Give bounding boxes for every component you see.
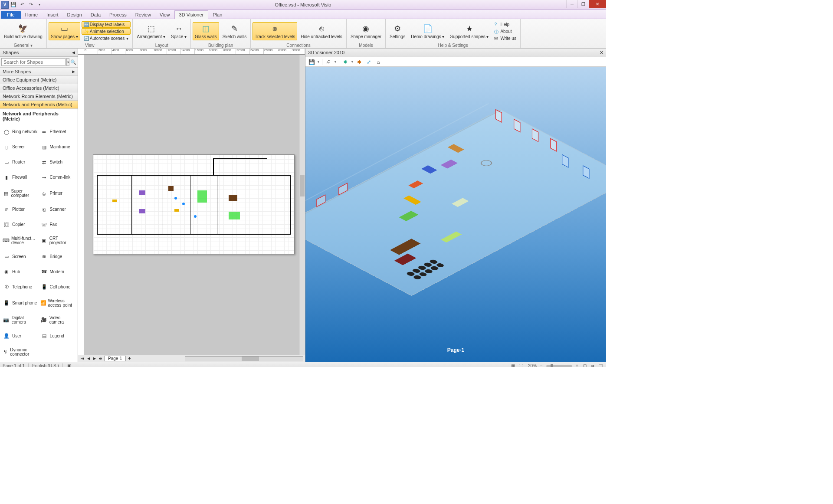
add-page-icon[interactable]: ✚ [127,356,132,361]
viewer-center-icon[interactable]: ✸ [342,59,349,65]
qat-dropdown-icon[interactable]: ▾ [36,1,43,9]
restore-button[interactable]: ❐ [577,0,589,8]
undo-icon[interactable]: ↶ [18,1,26,9]
zoom-out-icon[interactable]: − [538,363,544,367]
viewer-print-icon[interactable]: 🖨 [325,59,332,65]
language-indicator[interactable]: English (U.S.) [32,363,59,367]
shape-br[interactable]: ≋Bridge [39,249,76,264]
zoom-in-icon[interactable]: + [574,363,580,367]
tab-home[interactable]: Home [21,11,42,19]
help-button[interactable]: ?Help [492,21,518,28]
shape-eth[interactable]: ═Ethernet [39,125,76,139]
redo-icon[interactable]: ↷ [27,1,35,9]
next-page-icon[interactable]: ▶ [92,356,97,361]
tab-3d-visioner[interactable]: 3D Visioner [174,10,209,19]
more-shapes-button[interactable]: More Shapes▶ [0,68,78,76]
shape-scn[interactable]: ⎗Scanner [39,203,76,217]
tab-design[interactable]: Design [63,11,86,19]
write-us-button[interactable]: ✉Write us [492,35,518,42]
shape-usr[interactable]: 👤User [2,329,39,343]
stencil-office-accessories[interactable]: Office Accessories (Metric) [0,84,78,92]
display-text-labels-button[interactable]: 🔤Display text labels [82,21,131,28]
viewer-home-icon[interactable]: ⌂ [375,59,382,65]
shape-sw[interactable]: ⇄Switch [39,155,76,170]
shape-wap[interactable]: 📶Wireless access point [39,295,76,311]
shape-prt[interactable]: ⎙Printer [39,186,76,202]
space-button[interactable]: ↔Space ▾ [169,22,189,40]
sketch-walls-button[interactable]: ✎Sketch walls [220,22,249,40]
shape-manager-button[interactable]: ◉Shape manager [348,22,384,40]
first-page-icon[interactable]: ⏮ [80,356,85,361]
vertical-scrollbar[interactable] [299,55,305,355]
shape-cl[interactable]: ⇢Comm-link [39,170,76,185]
fit-width-icon[interactable]: ⬌ [590,363,596,367]
macro-record-icon[interactable]: ▣ [66,363,72,367]
tab-review[interactable]: Review [131,11,155,19]
zoom-slider[interactable] [546,365,572,367]
shape-mfd[interactable]: ⌨Multi-funct... device [2,233,39,249]
tab-data[interactable]: Data [86,11,105,19]
shape-dyn[interactable]: ↯Dynamic connector [2,344,39,360]
shape-plt[interactable]: ⎚Plotter [2,203,39,217]
shape-cp[interactable]: ⿴Copier [2,218,39,232]
tab-view[interactable]: View [155,11,174,19]
file-tab[interactable]: File [1,11,21,19]
animate-selection-button[interactable]: ✨Animate selection [82,28,131,35]
viewer-fit-icon[interactable]: ⤢ [365,59,372,65]
shape-lgd[interactable]: ▤Legend [39,329,76,343]
shapes-search-input[interactable] [1,58,66,66]
settings-button[interactable]: ⚙Settings [387,22,407,40]
shape-dc[interactable]: 📷Digital camera [2,312,39,328]
close-button[interactable]: ✕ [589,0,606,8]
switch-window-icon[interactable]: ❐ [597,363,603,367]
tab-plan[interactable]: Plan [208,11,226,19]
stencil-network-room[interactable]: Network Room Elements (Metric) [0,92,78,101]
last-page-icon[interactable]: ⏭ [98,356,103,361]
visio-app-icon[interactable]: V [1,1,9,9]
demo-drawings-button[interactable]: 📄Demo drawings ▾ [409,22,446,40]
shape-sp[interactable]: 📱Smart phone [2,295,39,311]
stencil-network-peripherals[interactable]: Network and Peripherals (Metric) [0,101,78,109]
3d-viewport[interactable]: Page-1 [305,67,606,362]
track-selected-levels-button[interactable]: ⎈Track selected levels [253,22,297,40]
zoom-level[interactable]: 20% [528,363,537,367]
save-icon[interactable]: 💾 [10,1,17,9]
shape-cell[interactable]: 📱Cell phone [39,280,76,294]
shape-sc[interactable]: ▤Super computer [2,186,39,202]
glass-walls-button[interactable]: ◫Glass walls [193,22,219,40]
autorotate-scenes-button[interactable]: 🔄Autorotate scenes ▾ [82,35,131,42]
full-screen-icon[interactable]: ⛶ [518,363,524,367]
shape-scr[interactable]: ▭Screen [2,249,39,264]
drawing-canvas[interactable] [84,55,305,355]
search-go-icon[interactable]: 🔍 [70,58,76,66]
shape-vc[interactable]: 🎥Video camera [39,312,76,328]
shape-fx[interactable]: ☏Fax [39,218,76,232]
search-dropdown-icon[interactable]: ▾ [66,58,69,66]
shape-rtr[interactable]: ▭Router [2,155,39,170]
shape-mdm[interactable]: ☎Modem [39,265,76,279]
fit-page-icon[interactable]: ⊡ [582,363,588,367]
shape-srv[interactable]: ▯Server [2,140,39,154]
minimize-button[interactable]: ─ [566,0,577,8]
presentation-mode-icon[interactable]: ▦ [510,363,516,367]
shape-hub[interactable]: ◉Hub [2,265,39,279]
shape-fw[interactable]: ▮Firewall [2,170,39,185]
tab-process[interactable]: Process [105,11,131,19]
viewer-save-icon[interactable]: 💾 [308,59,315,65]
show-pages-button[interactable]: ▭ Show pages ▾ [49,22,80,40]
supported-shapes-button[interactable]: ★Supported shapes ▾ [448,22,491,40]
about-button[interactable]: ⓘAbout [492,28,518,35]
shape-ring[interactable]: ◯Ring network [2,125,39,139]
horizontal-scrollbar[interactable] [185,356,303,361]
stencil-office-equipment[interactable]: Office Equipment (Metric) [0,76,78,84]
drawing-page[interactable] [93,154,295,254]
collapse-pane-icon[interactable]: ◀ [72,50,75,55]
viewer-close-icon[interactable]: ✕ [600,50,603,56]
hide-untracked-levels-button[interactable]: ⎋Hide untracked levels [298,22,344,40]
build-active-drawing-button[interactable]: 🦅 Build active drawing [2,22,45,40]
viewer-focus-icon[interactable]: ✱ [356,59,363,65]
shape-crt[interactable]: ▣CRT projector [39,233,76,249]
shape-tel[interactable]: ✆Telephone [2,280,39,294]
prev-page-icon[interactable]: ◀ [86,356,91,361]
tab-insert[interactable]: Insert [42,11,63,19]
